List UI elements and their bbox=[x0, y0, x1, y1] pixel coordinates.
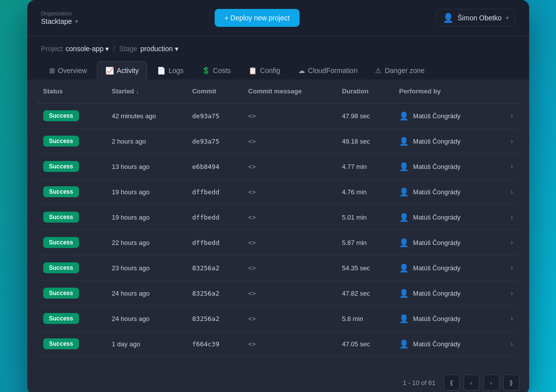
performer-icon: 👤 bbox=[399, 339, 409, 349]
breadcrumb-project: Project console-app ▾ bbox=[41, 45, 109, 53]
performer-name: Matúš Čongrády bbox=[413, 340, 460, 348]
config-tab-icon: 📋 bbox=[248, 67, 257, 75]
cell-status: Success bbox=[37, 230, 106, 255]
tab-dangerzone[interactable]: ⚠Danger zone bbox=[367, 61, 432, 79]
performer-name: Matúš Čongrády bbox=[413, 290, 460, 297]
user-area[interactable]: 👤 Šimon Obetko ▾ bbox=[436, 9, 515, 27]
sort-desc-icon: ↓ bbox=[136, 88, 139, 94]
cell-performer: 👤 Matúš Čongrády bbox=[393, 103, 498, 129]
breadcrumb: Project console-app ▾ / Stage production… bbox=[41, 44, 515, 53]
cell-commit: f664c39 bbox=[186, 331, 242, 357]
cell-commit-message: <> bbox=[242, 154, 336, 179]
cell-duration: 54.35 sec bbox=[336, 255, 393, 281]
prev-page-button[interactable]: ‹ bbox=[464, 375, 479, 391]
table-row[interactable]: Success 22 hours ago dffbedd <> 5.87 min… bbox=[37, 230, 519, 255]
user-icon: 👤 bbox=[443, 12, 454, 23]
row-expand-button[interactable]: › bbox=[498, 255, 519, 281]
status-badge: Success bbox=[43, 262, 79, 273]
cell-commit: dffbedd bbox=[186, 205, 242, 230]
cell-performer: 👤 Matúš Čongrády bbox=[393, 281, 498, 306]
cell-commit-message: <> bbox=[242, 255, 336, 281]
cell-started: 42 minutes ago bbox=[106, 103, 186, 129]
row-expand-button[interactable]: › bbox=[498, 331, 519, 357]
cell-status: Success bbox=[37, 281, 106, 306]
tab-cloudformation[interactable]: ☁CloudFormation bbox=[290, 61, 366, 79]
status-badge: Success bbox=[43, 237, 79, 248]
row-expand-button[interactable]: › bbox=[498, 205, 519, 230]
performer-icon: 👤 bbox=[399, 187, 409, 197]
table-row[interactable]: Success 19 hours ago dffbedd <> 4.76 min… bbox=[37, 179, 519, 205]
cell-commit-message: <> bbox=[242, 230, 336, 255]
header: Organization Stacktape ▾ + Deploy new pr… bbox=[27, 0, 529, 36]
performer-name: Matúš Čongrády bbox=[413, 214, 460, 221]
table-row[interactable]: Success 24 hours ago 83256a2 <> 5.8 min … bbox=[37, 306, 519, 331]
row-expand-button[interactable]: › bbox=[498, 281, 519, 306]
org-selector[interactable]: Organization Stacktape ▾ bbox=[41, 10, 78, 25]
user-name: Šimon Obetko bbox=[458, 14, 502, 22]
tab-costs[interactable]: 💲Costs bbox=[194, 61, 239, 79]
config-tab-label: Config bbox=[260, 67, 280, 75]
tab-logs[interactable]: 📄Logs bbox=[149, 61, 191, 79]
table-row[interactable]: Success 24 hours ago 83256a2 <> 47.82 se… bbox=[37, 281, 519, 306]
row-expand-button[interactable]: › bbox=[498, 154, 519, 179]
cell-status: Success bbox=[37, 129, 106, 154]
status-badge: Success bbox=[43, 338, 79, 349]
cell-commit: 83256a2 bbox=[186, 281, 242, 306]
stage-selector[interactable]: production ▾ bbox=[140, 45, 178, 53]
cell-duration: 4.76 min bbox=[336, 179, 393, 205]
cell-started: 2 hours ago bbox=[106, 129, 186, 154]
performer-icon: 👤 bbox=[399, 314, 409, 323]
status-badge: Success bbox=[43, 313, 79, 324]
table-row[interactable]: Success 1 day ago f664c39 <> 47.05 sec 👤… bbox=[37, 331, 519, 357]
row-expand-button[interactable]: › bbox=[498, 306, 519, 331]
cell-status: Success bbox=[37, 205, 106, 230]
cell-commit: dffbedd bbox=[186, 230, 242, 255]
table-row[interactable]: Success 42 minutes ago de93a75 <> 47.98 … bbox=[37, 103, 519, 129]
cell-started: 19 hours ago bbox=[106, 179, 186, 205]
row-expand-button[interactable]: › bbox=[498, 230, 519, 255]
cell-performer: 👤 Matúš Čongrády bbox=[393, 154, 498, 179]
status-badge: Success bbox=[43, 288, 79, 299]
cell-performer: 👤 Matúš Čongrády bbox=[393, 129, 498, 154]
cell-status: Success bbox=[37, 306, 106, 331]
tab-config[interactable]: 📋Config bbox=[240, 61, 288, 79]
first-page-button[interactable]: ⟪ bbox=[444, 375, 460, 391]
cell-started: 23 hours ago bbox=[106, 255, 186, 281]
table-row[interactable]: Success 13 hours ago e6b8494 <> 4.77 min… bbox=[37, 154, 519, 179]
cell-started: 13 hours ago bbox=[106, 154, 186, 179]
row-expand-button[interactable]: › bbox=[498, 179, 519, 205]
status-badge: Success bbox=[43, 110, 79, 121]
cell-duration: 49.18 sec bbox=[336, 129, 393, 154]
next-page-button[interactable]: › bbox=[483, 375, 499, 391]
org-name: Stacktape ▾ bbox=[41, 17, 78, 25]
deploy-new-project-button[interactable]: + Deploy new project bbox=[215, 9, 300, 27]
cell-commit-message: <> bbox=[242, 103, 336, 129]
cell-commit-message: <> bbox=[242, 306, 336, 331]
org-label: Organization bbox=[41, 10, 78, 16]
cell-performer: 👤 Matúš Čongrády bbox=[393, 306, 498, 331]
table-row[interactable]: Success 2 hours ago de93a75 <> 49.18 sec… bbox=[37, 129, 519, 154]
table-container: StatusStarted↓CommitCommit messageDurati… bbox=[27, 79, 529, 367]
tab-activity[interactable]: 📈Activity bbox=[97, 61, 147, 79]
cell-performer: 👤 Matúš Čongrády bbox=[393, 230, 498, 255]
row-expand-button[interactable]: › bbox=[498, 103, 519, 129]
logs-tab-label: Logs bbox=[168, 67, 183, 75]
cell-duration: 5.8 min bbox=[336, 306, 393, 331]
overview-tab-icon: ⊞ bbox=[49, 67, 55, 75]
cell-commit: dffbedd bbox=[186, 179, 242, 205]
project-selector[interactable]: console-app ▾ bbox=[66, 45, 109, 53]
table-row[interactable]: Success 19 hours ago dffbedd <> 5.01 min… bbox=[37, 205, 519, 230]
activity-tab-label: Activity bbox=[117, 67, 139, 75]
last-page-button[interactable]: ⟫ bbox=[503, 375, 519, 391]
tab-overview[interactable]: ⊞Overview bbox=[41, 61, 95, 79]
th-performed_by: Performed by bbox=[393, 79, 498, 103]
th-started[interactable]: Started↓ bbox=[106, 79, 186, 103]
row-expand-button[interactable]: › bbox=[498, 129, 519, 154]
cell-started: 24 hours ago bbox=[106, 306, 186, 331]
table-row[interactable]: Success 23 hours ago 83256a2 <> 54.35 se… bbox=[37, 255, 519, 281]
cell-status: Success bbox=[37, 331, 106, 357]
performer-icon: 👤 bbox=[399, 213, 409, 222]
pagination: 1 - 10 of 61 ⟪ ‹ › ⟫ bbox=[27, 367, 529, 392]
th-status: Status bbox=[37, 79, 106, 103]
cell-commit-message: <> bbox=[242, 331, 336, 357]
